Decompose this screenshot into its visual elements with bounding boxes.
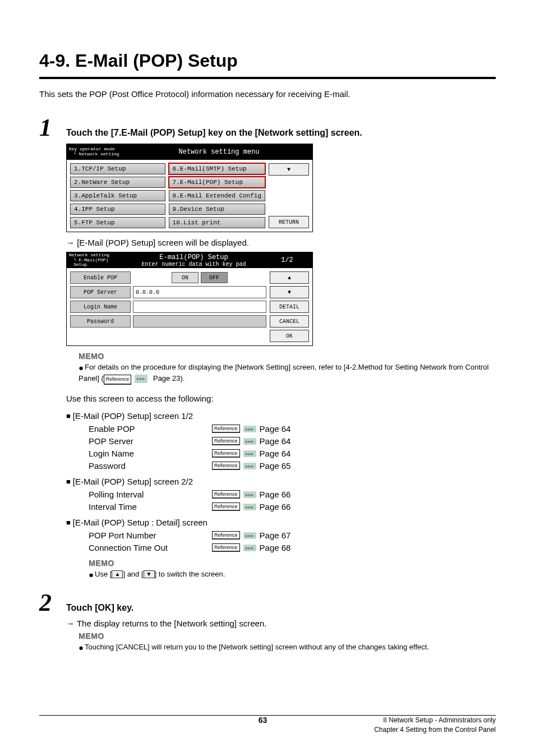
reference-page: Page 64 (260, 449, 291, 458)
arrow-down-icon-2 (288, 289, 291, 296)
reference-badge: Reference (212, 543, 240, 552)
menu-item-tcpip[interactable]: 1.TCP/IP Setup (70, 163, 165, 174)
arrow-up-box-icon (112, 570, 123, 578)
reference-page: Page 64 (260, 424, 291, 434)
panel-breadcrumb: Key operator mode └ Network setting (67, 146, 126, 158)
reference-row: Enable POPReference▸▸▸Page 64 (89, 423, 496, 435)
reference-page: Page 64 (260, 436, 291, 446)
reference-section: ■ [E-Mail (POP) Setup] screen 2/2Polling… (66, 477, 496, 513)
reference-badge: Reference (212, 425, 240, 433)
reference-head: ■ [E-Mail (POP) Setup] screen 1/2 (66, 411, 496, 421)
page-footer: 63 II Network Setup - Administrators onl… (39, 716, 496, 735)
reference-badge: Reference (104, 375, 132, 385)
pop-server-field[interactable]: 0.0.0.0 (133, 286, 266, 298)
breadcrumb-line2: └ Network setting (69, 152, 123, 157)
reference-badge: Reference (212, 462, 240, 470)
pop-subtitle: Enter numeric data with key pad (126, 261, 262, 268)
reference-row: PasswordReference▸▸▸Page 65 (89, 460, 496, 472)
menu-item-ftp[interactable]: 5.FTP Setup (70, 217, 165, 228)
reference-row: Login NameReference▸▸▸Page 64 (89, 448, 496, 460)
memo-3-title: MEMO (79, 631, 496, 640)
menu-left-col: 1.TCP/IP Setup 2.NetWare Setup 3.AppleTa… (70, 163, 165, 228)
pop-server-label: POP Server (70, 286, 131, 298)
enable-pop-label: Enable POP (70, 271, 131, 284)
reference-badge: Reference (212, 437, 240, 445)
reference-page: Page 66 (260, 490, 291, 499)
memo-2: MEMO ●Use [] and [] to switch the screen… (89, 559, 496, 580)
reference-head: ■ [E-Mail (POP) Setup] screen 2/2 (66, 477, 496, 486)
pointer-icon: ▸▸▸ (135, 375, 147, 383)
reference-row-label: Polling Interval (89, 490, 212, 499)
step-1-number: 1 (39, 116, 66, 140)
password-field[interactable] (133, 315, 266, 328)
scroll-down-button-2[interactable] (270, 286, 309, 298)
page-number: 63 (151, 716, 374, 725)
menu-item-appletalk[interactable]: 3.AppleTalk Setup (70, 190, 165, 201)
login-name-field[interactable] (133, 301, 266, 313)
step-1-text: Touch the [7.E-Mail (POP) Setup] key on … (66, 128, 362, 138)
pointer-icon: ▸▸▸ (243, 491, 256, 498)
cancel-button[interactable]: CANCEL (270, 315, 309, 328)
step-1: 1 Touch the [7.E-Mail (POP) Setup] key o… (39, 116, 496, 140)
reference-section: ■ [E-Mail (POP) Setup] screen 1/2Enable … (66, 411, 496, 472)
enable-pop-on[interactable]: ON (172, 272, 199, 283)
reference-row-label: Interval Time (89, 502, 212, 511)
menu-item-pop[interactable]: 7.E-Mail(POP) Setup (169, 177, 265, 188)
step-2: 2 Touch [OK] key. (39, 591, 496, 615)
memo-1-body: ●For details on the procedure for displa… (79, 362, 496, 385)
reference-section: ■ [E-Mail (POP) Setup : Detail] screenPO… (66, 518, 496, 554)
reference-row-label: Password (89, 461, 212, 471)
login-name-label: Login Name (70, 301, 131, 313)
pointer-icon: ▸▸▸ (243, 450, 256, 457)
menu-item-list-print[interactable]: 10.List print (169, 217, 265, 228)
ok-button[interactable]: OK (270, 330, 309, 342)
menu-item-email-ext[interactable]: 8.E-Mail Extended Config (169, 190, 265, 201)
detail-button[interactable]: DETAIL (270, 301, 309, 313)
pop-breadcrumb: Network setting └ E-Mail(POP) Setup (67, 252, 126, 269)
step1-result: → [E-Mail (POP) Setup] screen will be di… (66, 238, 496, 247)
reference-badge: Reference (212, 503, 240, 511)
arrow-down-icon (287, 167, 290, 173)
reference-row-label: POP Port Number (89, 531, 212, 540)
pop-page-indicator: 1/2 (262, 256, 312, 264)
reference-page: Page 67 (260, 531, 291, 540)
page-title: 4-9. E-Mail (POP) Setup (39, 50, 496, 71)
reference-head: ■ [E-Mail (POP) Setup : Detail] screen (66, 518, 496, 527)
pop-setup-panel: Network setting └ E-Mail(POP) Setup E-ma… (66, 252, 313, 346)
memo-2-body: ●Use [] and [] to switch the screen. (89, 569, 496, 580)
step-2-number: 2 (39, 591, 66, 615)
reference-badge: Reference (212, 449, 240, 458)
return-button[interactable]: RETURN (269, 216, 309, 228)
reference-row-label: Connection Time Out (89, 543, 212, 552)
network-setting-panel: Key operator mode └ Network setting Netw… (66, 144, 313, 232)
footer-right: II Network Setup - Administrators only C… (374, 716, 496, 735)
pointer-icon: ▸▸▸ (243, 438, 256, 445)
reference-row-label: Login Name (89, 449, 212, 458)
memo-3-body: ●Touching [CANCEL] will return you to th… (79, 642, 496, 653)
pointer-icon: ▸▸▸ (243, 426, 256, 432)
menu-right-col: 6.E-Mail(SMTP) Setup 7.E-Mail(POP) Setup… (169, 163, 265, 228)
pop-title: E-mail(POP) Setup (126, 253, 262, 261)
pointer-icon: ▸▸▸ (243, 545, 256, 551)
pointer-icon: ▸▸▸ (243, 532, 256, 539)
reference-row-label: POP Server (89, 436, 212, 446)
menu-item-device[interactable]: 9.Device Setup (169, 204, 265, 215)
menu-item-netware[interactable]: 2.NetWare Setup (70, 177, 165, 188)
footer-line1: II Network Setup - Administrators only (374, 716, 496, 725)
pointer-icon: ▸▸▸ (243, 463, 256, 469)
menu-item-smtp[interactable]: 6.E-Mail(SMTP) Setup (169, 163, 265, 174)
reference-badge: Reference (212, 490, 240, 499)
memo-3: MEMO ●Touching [CANCEL] will return you … (79, 631, 496, 653)
reference-row: POP Port NumberReference▸▸▸Page 67 (89, 529, 496, 542)
panel-title: Network setting menu (126, 148, 312, 156)
menu-item-ipp[interactable]: 4.IPP Setup (70, 204, 165, 215)
scroll-down-button[interactable] (269, 163, 309, 176)
enable-pop-off[interactable]: OFF (201, 272, 228, 283)
reference-row: Polling IntervalReference▸▸▸Page 66 (89, 488, 496, 501)
scroll-up-button[interactable] (270, 271, 309, 284)
step-2-text: Touch [OK] key. (66, 603, 133, 613)
reference-page: Page 65 (260, 461, 291, 471)
reference-row: Connection Time OutReference▸▸▸Page 68 (89, 542, 496, 554)
intro-text: This sets the POP (Post Office Protocol)… (39, 89, 496, 99)
footer-line2: Chapter 4 Setting from the Control Panel (374, 725, 496, 735)
